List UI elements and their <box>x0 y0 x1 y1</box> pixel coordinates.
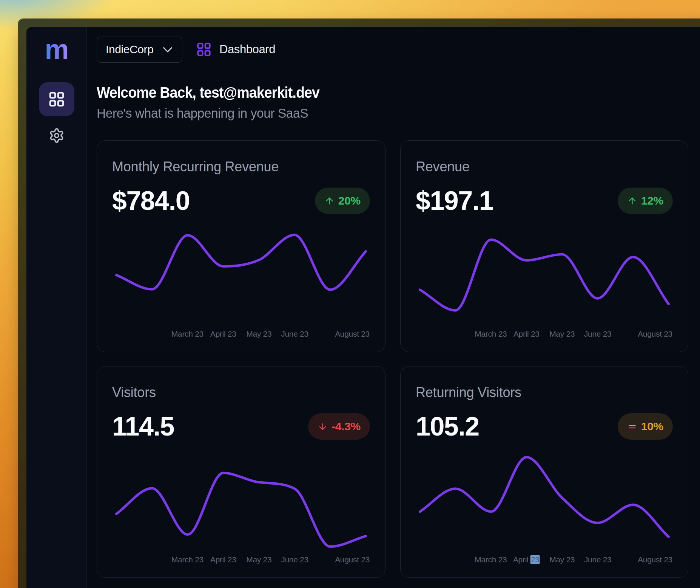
metric-card-1: Monthly Recurring Revenue $784.0 20% Mar… <box>97 140 385 352</box>
x-tick: June 23 <box>281 554 308 565</box>
page-content: Welcome Back, test@makerkit.dev Here's w… <box>87 72 700 588</box>
trend-badge: -4.3% <box>308 413 370 440</box>
welcome-subtitle: Here's what is happening in your SaaS <box>97 105 698 122</box>
workspace-name: IndieCorp <box>106 43 153 56</box>
sidebar: m <box>26 27 87 588</box>
selected-text: 23 <box>530 555 540 564</box>
x-tick: August 23 <box>638 328 672 340</box>
metric-title: Monthly Recurring Revenue <box>112 159 370 175</box>
layout-grid-icon <box>196 42 212 57</box>
metric-title: Revenue <box>416 159 673 175</box>
trend-label: 10% <box>641 420 663 433</box>
app-frame: m <box>26 27 700 588</box>
x-tick: March 23 <box>475 554 507 565</box>
top-header: IndieCorp Dashboard <box>87 27 700 72</box>
metric-value: $197.1 <box>416 186 493 216</box>
metric-card-2: Revenue $197.1 12% March 23April 23May 2… <box>400 140 688 352</box>
metric-card-3: Visitors 114.5 -4.3% March 23April 23May… <box>97 366 385 578</box>
trend-badge: 10% <box>618 413 673 440</box>
metric-value-row: $784.0 20% <box>112 187 370 215</box>
sidebar-item-settings[interactable] <box>39 119 74 152</box>
layout-grid-icon <box>48 91 65 108</box>
x-axis: March 23April 23May 23June 23August 23 <box>401 328 688 340</box>
metric-title: Visitors <box>112 384 370 401</box>
x-tick: June 23 <box>584 554 612 565</box>
arrow-down-icon <box>318 422 328 432</box>
trend-badge: 12% <box>618 188 673 214</box>
x-tick: March 23 <box>171 554 204 565</box>
metric-value: 105.2 <box>416 411 479 442</box>
equals-icon <box>627 422 637 432</box>
chevron-down-icon <box>161 43 174 56</box>
makerkit-logo: m <box>45 35 68 63</box>
metric-card-4: Returning Visitors 105.2 10% March 23Apr… <box>400 366 688 578</box>
x-tick: May 23 <box>549 328 575 340</box>
x-tick: April 23 <box>210 328 236 340</box>
arrow-up-icon <box>324 196 335 206</box>
trend-label: 12% <box>641 194 663 207</box>
x-tick: August 23 <box>335 554 370 565</box>
arrow-up-icon <box>627 196 637 206</box>
x-tick: May 23 <box>246 328 271 340</box>
trend-badge: 20% <box>315 188 370 214</box>
x-tick: April 23 <box>513 328 540 340</box>
page-title: Dashboard <box>219 43 275 56</box>
sidebar-nav <box>39 82 74 152</box>
metric-value-row: $197.1 12% <box>416 187 673 215</box>
main-area: IndieCorp Dashboard <box>87 27 700 588</box>
x-tick: May 23 <box>246 554 271 565</box>
x-axis: March 23April 23May 23June 23August 23 <box>401 554 688 565</box>
x-tick: June 23 <box>584 328 612 340</box>
metrics-grid: Monthly Recurring Revenue $784.0 20% Mar… <box>97 140 700 578</box>
breadcrumb: Dashboard <box>196 42 275 57</box>
x-tick: April 23 <box>513 554 540 565</box>
metric-value-row: 114.5 -4.3% <box>112 413 370 440</box>
metric-value: $784.0 <box>112 186 190 216</box>
metric-value-row: 105.2 10% <box>416 413 673 440</box>
x-tick: August 23 <box>638 554 672 565</box>
metric-value: 114.5 <box>112 411 174 442</box>
x-axis: March 23April 23May 23June 23August 23 <box>97 554 385 565</box>
x-tick: March 23 <box>475 328 507 340</box>
trend-label: 20% <box>338 194 361 207</box>
sidebar-item-dashboard[interactable] <box>39 82 74 116</box>
x-tick: March 23 <box>171 328 204 340</box>
workspace-selector-button[interactable]: IndieCorp <box>97 37 182 63</box>
x-tick: June 23 <box>281 328 308 340</box>
app-window: m <box>19 19 700 588</box>
x-tick: May 23 <box>549 554 575 565</box>
x-axis: March 23April 23May 23June 23August 23 <box>97 328 385 340</box>
trend-label: -4.3% <box>331 420 361 433</box>
gear-icon <box>49 128 65 143</box>
metric-title: Returning Visitors <box>416 384 673 401</box>
x-tick: April 23 <box>210 554 236 565</box>
welcome-heading: Welcome Back, test@makerkit.dev <box>97 83 685 102</box>
x-tick: August 23 <box>335 328 370 340</box>
